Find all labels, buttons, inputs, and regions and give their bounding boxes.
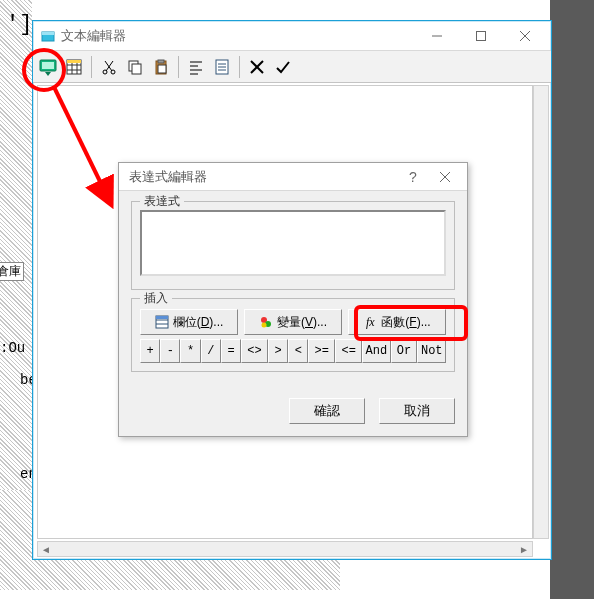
window-title: 文本編輯器 [61, 27, 126, 45]
scroll-left-icon[interactable]: ◄ [38, 544, 54, 555]
function-button-label: 函數(F)... [381, 314, 430, 331]
op-lte[interactable]: <= [335, 339, 362, 363]
cancel-icon[interactable] [246, 56, 268, 78]
close-button[interactable] [503, 22, 547, 50]
field-button-label: 欄位(D)... [173, 314, 224, 331]
op-or[interactable]: Or [391, 339, 418, 363]
field-button[interactable]: 欄位(D)... [140, 309, 238, 335]
paste-icon[interactable] [150, 56, 172, 78]
toolbar-sep-2 [178, 56, 179, 78]
op-gte[interactable]: >= [308, 339, 335, 363]
variable-button[interactable]: 變量(V)... [244, 309, 342, 335]
toolbar [33, 51, 551, 83]
toolbar-sep-1 [91, 56, 92, 78]
op-and[interactable]: And [362, 339, 391, 363]
op-eq[interactable]: = [221, 339, 241, 363]
bg-bracket: '] [6, 12, 32, 37]
horizontal-scrollbar[interactable]: ◄ ► [37, 541, 533, 557]
vertical-scrollbar[interactable] [533, 85, 549, 539]
scroll-right-icon[interactable]: ► [516, 544, 532, 555]
svg-point-17 [103, 70, 107, 74]
op-plus[interactable]: + [140, 339, 160, 363]
svg-rect-3 [477, 31, 486, 40]
group-expression: 表達式 [131, 201, 455, 290]
document-icon[interactable] [211, 56, 233, 78]
op-neq[interactable]: <> [241, 339, 268, 363]
dialog-close-button[interactable] [429, 169, 461, 185]
operator-row: + - * / = <> > < >= <= And Or Not [140, 339, 446, 363]
group-expression-label: 表達式 [140, 193, 184, 210]
op-mul[interactable]: * [180, 339, 200, 363]
op-minus[interactable]: - [160, 339, 180, 363]
dialog-title: 表達式編輯器 [129, 168, 207, 186]
svg-line-16 [106, 61, 113, 71]
align-left-icon[interactable] [185, 56, 207, 78]
expression-input[interactable] [140, 210, 446, 276]
app-icon [41, 29, 55, 43]
svg-point-18 [111, 70, 115, 74]
group-insert: 插入 欄位(D)... 變量(V)... fx 函數(F)... [131, 298, 455, 372]
svg-rect-1 [42, 32, 54, 35]
copy-icon[interactable] [124, 56, 146, 78]
op-div[interactable]: / [201, 339, 221, 363]
svg-rect-41 [156, 316, 168, 319]
dialog-help-button[interactable]: ? [397, 169, 429, 185]
function-icon: fx [363, 315, 377, 329]
svg-rect-22 [158, 60, 164, 63]
dark-right-strip [550, 0, 594, 599]
svg-rect-14 [67, 60, 81, 63]
table-icon[interactable] [63, 56, 85, 78]
expression-editor-dialog: 表達式編輯器 ? 表達式 插入 欄位(D)... [118, 162, 468, 437]
minimize-button[interactable] [415, 22, 459, 50]
cut-icon[interactable] [98, 56, 120, 78]
annotation-circle [22, 48, 66, 92]
ok-icon[interactable] [272, 56, 294, 78]
bg-label: 倉庫 [0, 262, 24, 281]
titlebar[interactable]: 文本編輯器 [33, 21, 551, 51]
group-insert-label: 插入 [140, 290, 172, 307]
svg-rect-20 [132, 64, 141, 74]
dialog-actions: 確認 取消 [119, 392, 467, 436]
op-gt[interactable]: > [268, 339, 288, 363]
cancel-button[interactable]: 取消 [379, 398, 455, 424]
svg-rect-23 [158, 65, 166, 73]
maximize-button[interactable] [459, 22, 503, 50]
function-button[interactable]: fx 函數(F)... [348, 309, 446, 335]
toolbar-sep-3 [239, 56, 240, 78]
variable-button-label: 變量(V)... [277, 314, 327, 331]
op-lt[interactable]: < [288, 339, 308, 363]
field-icon [155, 315, 169, 329]
ok-button[interactable]: 確認 [289, 398, 365, 424]
dialog-titlebar[interactable]: 表達式編輯器 ? [119, 163, 467, 191]
op-not[interactable]: Not [417, 339, 446, 363]
svg-point-44 [261, 323, 266, 328]
svg-line-15 [105, 61, 112, 71]
variable-icon [259, 315, 273, 329]
